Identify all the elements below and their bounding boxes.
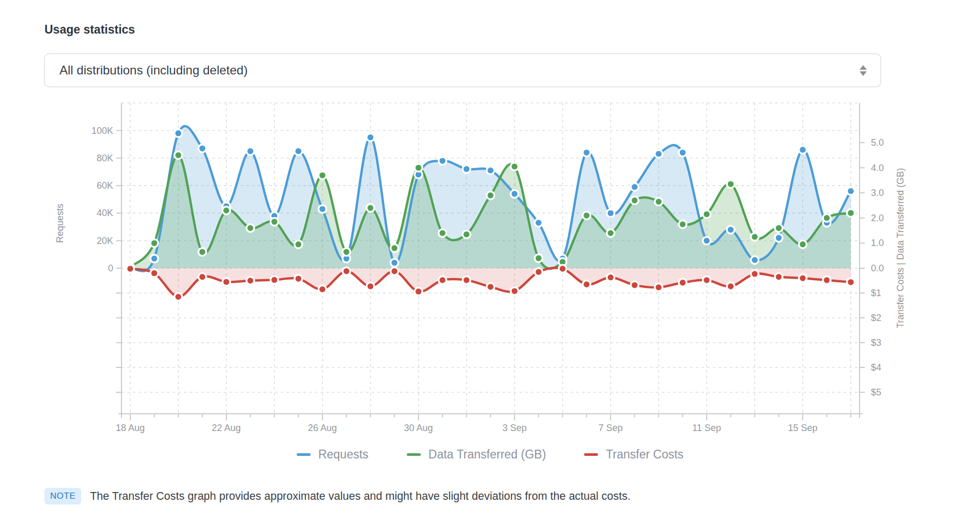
transfer-costs-swatch-icon (584, 453, 598, 456)
svg-text:60K: 60K (97, 180, 113, 191)
svg-text:3 Sep: 3 Sep (502, 423, 527, 433)
legend-label: Requests (318, 448, 369, 462)
legend-item-transfer-costs: Transfer Costs (584, 448, 683, 462)
svg-text:$1: $1 (871, 288, 881, 298)
legend-item-requests: Requests (297, 448, 369, 462)
svg-text:18 Aug: 18 Aug (116, 423, 145, 433)
usage-chart: 100K80K60K40K20K05.04.03.02.01.00.0$1$2$… (0, 0, 980, 522)
svg-text:40K: 40K (97, 208, 113, 218)
chart-legend: Requests Data Transferred (GB) Transfer … (0, 448, 980, 462)
svg-text:2.0: 2.0 (871, 213, 884, 223)
note-row: NOTE The Transfer Costs graph provides a… (44, 488, 631, 504)
legend-item-data-transferred: Data Transferred (GB) (407, 448, 546, 462)
data-transferred-swatch-icon (407, 453, 421, 456)
svg-text:30 Aug: 30 Aug (404, 423, 433, 433)
svg-text:22 Aug: 22 Aug (212, 423, 241, 433)
svg-text:$5: $5 (871, 387, 881, 397)
svg-text:26 Aug: 26 Aug (308, 423, 337, 433)
note-text: The Transfer Costs graph provides approx… (90, 490, 631, 503)
svg-text:Requests: Requests (55, 204, 65, 243)
svg-text:$3: $3 (871, 337, 881, 348)
usage-chart-svg: 100K80K60K40K20K05.04.03.02.01.00.0$1$2$… (0, 0, 980, 522)
requests-swatch-icon (297, 453, 311, 456)
svg-text:15 Sep: 15 Sep (788, 423, 818, 433)
svg-text:80K: 80K (97, 153, 113, 163)
svg-text:$4: $4 (871, 362, 881, 373)
svg-text:11 Sep: 11 Sep (692, 423, 721, 433)
svg-text:7 Sep: 7 Sep (599, 423, 623, 433)
usage-statistics-panel: Usage statistics All distributions (incl… (0, 0, 980, 522)
legend-label: Data Transferred (GB) (428, 448, 546, 462)
note-badge: NOTE (44, 488, 81, 504)
svg-text:20K: 20K (97, 236, 113, 246)
legend-label: Transfer Costs (606, 448, 683, 462)
svg-text:4.0: 4.0 (871, 163, 884, 173)
svg-text:3.0: 3.0 (871, 188, 884, 198)
svg-text:1.0: 1.0 (871, 238, 884, 248)
svg-text:Transfer Costs | Data Transfer: Transfer Costs | Data Transferred (GB) (895, 168, 906, 328)
svg-text:$2: $2 (871, 313, 881, 323)
svg-text:0.0: 0.0 (871, 263, 884, 273)
svg-text:0: 0 (108, 263, 113, 273)
svg-text:100K: 100K (91, 126, 113, 136)
svg-text:5.0: 5.0 (871, 137, 884, 148)
